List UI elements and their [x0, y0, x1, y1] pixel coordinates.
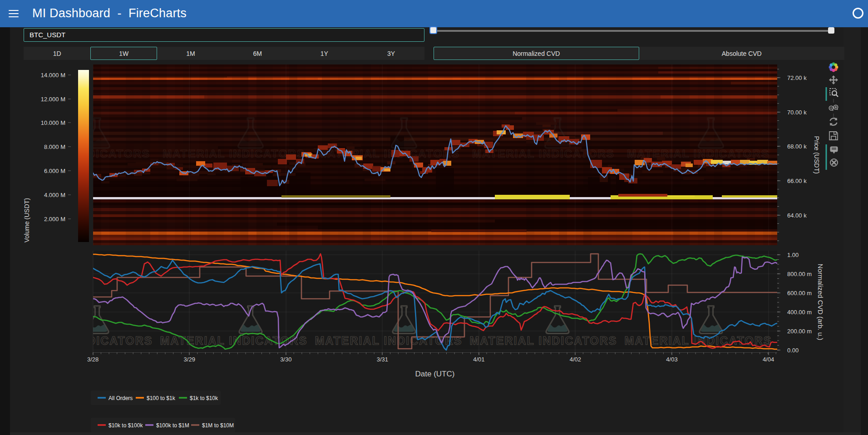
svg-text:$100k to $1M: $100k to $1M: [156, 422, 189, 429]
svg-text:66.00 k: 66.00 k: [787, 178, 807, 184]
svg-text:4/02: 4/02: [570, 356, 581, 363]
svg-text:800.00 m: 800.00 m: [787, 271, 812, 277]
svg-text:MATERIAL INDICATORS: MATERIAL INDICATORS: [163, 148, 305, 160]
svg-text:0.00: 0.00: [787, 347, 799, 354]
svg-text:3/29: 3/29: [184, 356, 195, 363]
svg-text:3/30: 3/30: [280, 356, 291, 363]
svg-text:Price (USDT): Price (USDT): [813, 136, 820, 173]
svg-text:Volume (USDT): Volume (USDT): [23, 198, 30, 242]
svg-text:2.000 M: 2.000 M: [44, 216, 65, 222]
svg-text:10.000 M: 10.000 M: [41, 119, 65, 126]
svg-text:$1M to $10M: $1M to $10M: [202, 422, 234, 429]
svg-text:1.00: 1.00: [787, 252, 799, 258]
svg-text:4/03: 4/03: [666, 356, 677, 363]
svg-text:MATERIAL INDICATORS: MATERIAL INDICATORS: [5, 334, 153, 347]
svg-text:4/04: 4/04: [763, 356, 774, 363]
svg-text:Normalized CVD (arb. u.): Normalized CVD (arb. u.): [817, 264, 824, 340]
svg-text:72.00 k: 72.00 k: [787, 74, 807, 81]
svg-text:400.00 m: 400.00 m: [787, 309, 812, 316]
svg-text:MATERIAL INDICATORS: MATERIAL INDICATORS: [472, 148, 615, 160]
svg-text:8.000 M: 8.000 M: [44, 143, 65, 150]
svg-text:4.000 M: 4.000 M: [44, 192, 65, 198]
svg-text:200.00 m: 200.00 m: [787, 328, 812, 335]
svg-text:4/01: 4/01: [473, 356, 484, 363]
svg-text:68.00 k: 68.00 k: [787, 143, 807, 150]
svg-text:14.000 M: 14.000 M: [41, 72, 65, 79]
svg-text:6.000 M: 6.000 M: [44, 168, 65, 174]
svg-text:$10k to $100k: $10k to $100k: [108, 422, 143, 429]
svg-text:MATERIAL INDICATORS: MATERIAL INDICATORS: [469, 334, 617, 347]
svg-text:3/28: 3/28: [87, 356, 99, 363]
svg-text:64.00 k: 64.00 k: [787, 212, 807, 219]
svg-text:Date (UTC): Date (UTC): [415, 370, 455, 378]
svg-text:600.00 m: 600.00 m: [787, 290, 812, 297]
svg-text:$1k to $10k: $1k to $10k: [190, 395, 218, 401]
svg-text:12.000 M: 12.000 M: [41, 96, 65, 103]
svg-text:3/31: 3/31: [377, 356, 388, 363]
svg-text:$100 to $1k: $100 to $1k: [147, 395, 176, 401]
svg-text:All Orders: All Orders: [108, 395, 133, 401]
svg-text:70.00 k: 70.00 k: [787, 109, 807, 116]
